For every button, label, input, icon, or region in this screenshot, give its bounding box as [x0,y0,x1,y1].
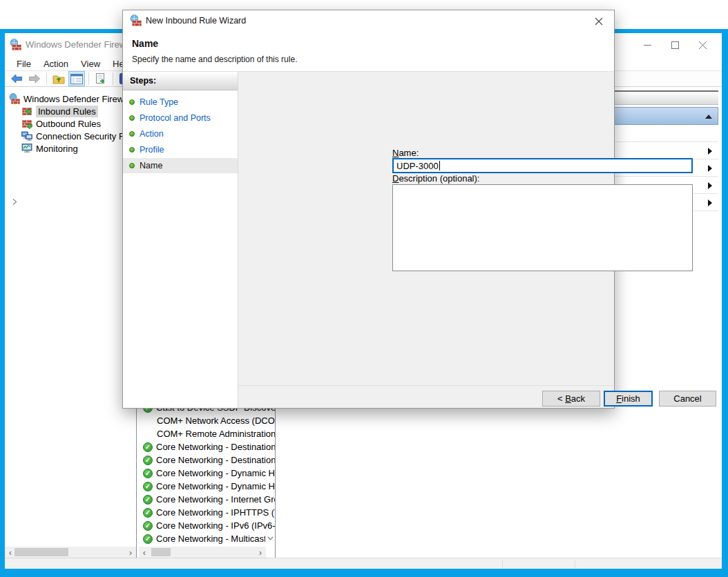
rule-row[interactable]: ✓ Core Networking - Internet Gro [139,493,275,506]
step-action[interactable]: Action [123,126,238,141]
tree-item-outbound-rules-label: Outbound Rules [36,119,101,129]
cancel-button[interactable]: Cancel [659,391,716,407]
wizard-header: Name Specify the name and description of… [123,31,614,72]
rule-row[interactable]: ✓ Core Networking - Destination [139,453,275,467]
rule-row[interactable]: ✓ Core Networking - Dynamic Ho [139,467,275,480]
step-bullet-icon [129,99,135,105]
enabled-check-icon: ✓ [143,469,153,478]
firewall-app-icon [10,39,21,50]
list-horizontal-scrollbar[interactable]: ‹ › [139,547,266,558]
connection-security-icon [21,130,32,141]
tree-item-inbound-rules-label: Inbound Rules [36,106,98,117]
export-list-icon[interactable] [93,71,109,86]
tree-root-label: Windows Defender Firewall w [23,94,137,104]
steps-header: Steps: [123,72,238,90]
name-input[interactable]: UDP-3000 [392,158,693,173]
enabled-check-icon: ✓ [143,482,153,491]
wizard-titlebar[interactable]: New Inbound Rule Wizard [123,10,614,31]
step-name[interactable]: Name [123,158,238,173]
wizard-steps-pane: Steps: Rule Type Protocol and Ports Acti… [123,72,238,408]
text-caret [439,161,440,170]
step-rule-type[interactable]: Rule Type [123,95,238,110]
wizard-close-icon[interactable] [589,14,609,28]
enabled-check-icon: ✓ [143,521,153,531]
submenu-arrow-icon [708,165,712,172]
description-field-label: Description (optional): [392,173,479,184]
description-input[interactable] [392,184,693,271]
rule-row[interactable]: ✓ Core Networking - IPHTTPS (TC [139,506,275,519]
expand-chevron-icon[interactable] [12,198,19,206]
name-field-label: Name: [392,148,419,158]
scroll-down-icon[interactable] [265,533,275,544]
rule-row[interactable]: ✓ Core Networking - Destination [139,440,275,453]
scrollbar-thumb[interactable] [151,548,171,556]
menu-file[interactable]: File [10,57,37,70]
screen: Windows Defender Firewall File Action [0,0,728,577]
step-bullet-icon [129,131,135,137]
up-level-folder-icon[interactable] [50,71,67,86]
inbound-rules-icon [21,106,32,117]
rule-row[interactable]: ✓ Core Networking - Dynamic Ho [139,480,275,493]
maximize-button[interactable] [661,36,689,54]
step-protocol-and-ports[interactable]: Protocol and Ports [123,110,238,126]
window-title: Windows Defender Firewall [26,39,135,50]
wizard-firewall-icon [130,14,142,26]
outbound-rules-icon [21,118,32,129]
tree-horizontal-scrollbar[interactable]: ‹ › [5,547,136,558]
forward-icon[interactable] [26,71,43,86]
wizard-title: New Inbound Rule Wizard [146,16,246,26]
name-input-value: UDP-3000 [396,161,439,171]
enabled-check-icon: ✓ [143,495,153,505]
scroll-right-icon[interactable]: › [125,547,136,558]
submenu-arrow-icon [708,182,712,189]
monitoring-icon [21,143,32,154]
submenu-arrow-icon [708,148,712,155]
tree-item-monitoring-label: Monitoring [36,144,78,154]
submenu-arrow-icon [708,199,712,206]
wizard-page-title: Name [132,38,158,49]
enabled-check-icon: ✓ [143,456,153,465]
step-profile[interactable]: Profile [123,142,238,157]
enabled-check-icon: ✓ [143,508,153,518]
rule-row[interactable]: COM+ Remote Administration [139,427,275,440]
tree-item-outbound-rules[interactable]: Outbound Rules [21,117,101,130]
tree-item-monitoring[interactable]: Monitoring [21,142,78,155]
firewall-root-icon [9,93,20,104]
wizard-page-subtitle: Specify the name and description of this… [132,55,297,64]
rule-row[interactable]: ✓ Core Networking - IPv6 (IPv6-I [139,519,275,532]
menu-view[interactable]: View [75,57,106,70]
tree-item-connection-security[interactable]: Connection Security Rul [21,130,132,142]
statusbar [5,558,722,569]
console-tree-pane: Windows Defender Firewall w Inbound Rule… [5,87,137,558]
menu-action[interactable]: Action [37,57,75,70]
tree-item-connection-security-label: Connection Security Rul [36,131,132,141]
step-bullet-icon [129,147,135,153]
step-bullet-icon [129,163,135,168]
collapse-arrow-icon[interactable] [705,115,712,119]
minimize-button[interactable] [633,36,661,54]
tree-root[interactable]: Windows Defender Firewall w [9,92,137,105]
scroll-left-icon[interactable]: ‹ [139,547,150,558]
show-console-tree-icon[interactable] [68,71,85,86]
rule-row[interactable]: COM+ Network Access (DCOM [139,414,275,427]
finish-button[interactable]: Finish [604,391,653,407]
tree-item-inbound-rules[interactable]: Inbound Rules [21,105,98,117]
close-button[interactable] [689,36,716,54]
step-bullet-icon [129,115,135,121]
rule-row[interactable]: ✓ Core Networking - Multicast Li [139,532,275,545]
back-icon[interactable] [8,71,25,86]
wizard-content: Name: UDP-3000 Description (optional): <… [238,72,614,408]
new-inbound-rule-wizard: New Inbound Rule Wizard Name Specify the… [122,10,615,409]
scrollbar-thumb[interactable] [15,548,68,556]
back-button[interactable]: < Back [542,391,600,407]
enabled-check-icon: ✓ [143,442,153,452]
enabled-check-icon: ✓ [143,534,153,544]
scroll-right-icon[interactable]: › [255,547,266,558]
